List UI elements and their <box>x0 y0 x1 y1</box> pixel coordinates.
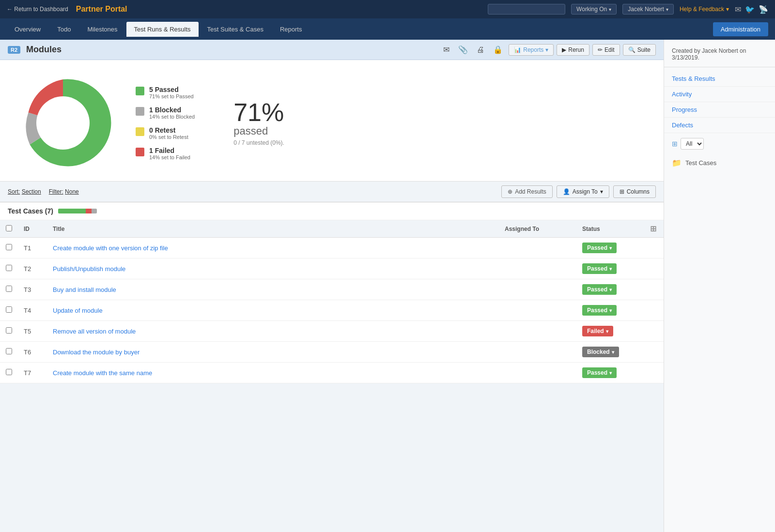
row-checkbox-T7[interactable] <box>6 369 12 375</box>
select-all-checkbox[interactable] <box>6 225 12 231</box>
row-checkbox-T6[interactable] <box>6 348 12 354</box>
blocked-text: 1 Blocked 14% set to Blocked <box>149 106 195 120</box>
status-badge-T7[interactable]: Passed ▾ <box>582 367 617 378</box>
col-settings-icon[interactable]: ⊞ <box>650 225 656 233</box>
help-feedback-button[interactable]: Help & Feedback ▾ <box>680 6 729 13</box>
row-title-link-T3[interactable]: Buy and install module <box>53 286 116 293</box>
table-row: T3 Buy and install module Passed ▾ <box>0 279 664 300</box>
edit-button[interactable]: ✏ Edit <box>592 44 620 56</box>
columns-button[interactable]: ⊞ Columns <box>613 185 656 198</box>
row-assigned-T1 <box>499 238 576 258</box>
status-caret-T4: ▾ <box>609 308 612 313</box>
rss-icon[interactable]: 📡 <box>759 5 768 14</box>
sort-value[interactable]: Section <box>22 188 41 195</box>
email-icon-button[interactable]: ✉ <box>440 44 452 56</box>
row-assigned-T4 <box>499 300 576 321</box>
back-to-dashboard-link[interactable]: Return to Dashboard <box>7 6 68 13</box>
lock-icon-button[interactable]: 🔒 <box>490 44 506 56</box>
topbar: Return to Dashboard Partner Portal Worki… <box>0 0 775 18</box>
sidebar-test-cases[interactable]: 📁 Test Cases <box>664 154 775 171</box>
working-on-button[interactable]: Working On ▾ <box>571 4 617 15</box>
row-checkbox-cell <box>0 258 18 279</box>
attachment-icon-button[interactable]: 📎 <box>455 44 471 56</box>
reports-button[interactable]: 📊 Reports ▾ <box>509 44 554 56</box>
row-checkbox-cell <box>0 300 18 321</box>
sidebar-link-activity[interactable]: Activity <box>664 87 775 102</box>
user-menu-button[interactable]: Jacek Norbert ▾ <box>622 4 674 15</box>
edit-icon: ✏ <box>598 46 603 53</box>
administration-button[interactable]: Administration <box>713 22 768 36</box>
mail-icon[interactable]: ✉ <box>735 5 741 14</box>
status-caret-T2: ▾ <box>609 266 612 272</box>
tab-test-suites[interactable]: Test Suites & Cases <box>200 22 271 37</box>
status-badge-T2[interactable]: Passed ▾ <box>582 263 617 274</box>
row-checkbox-cell <box>0 279 18 300</box>
progress-bar-mini <box>58 209 97 213</box>
topbar-right: Working On ▾ Jacek Norbert ▾ Help & Feed… <box>488 4 768 15</box>
status-badge-T4[interactable]: Passed ▾ <box>582 305 617 316</box>
status-caret-T1: ▾ <box>609 245 612 251</box>
module-header: R2 Modules ✉ 📎 🖨 🔒 📊 Reports ▾ ▶ Rerun ✏ <box>0 40 664 60</box>
row-checkbox-T4[interactable] <box>6 306 12 313</box>
legend-passed: 5 Passed 71% set to Passed <box>136 86 195 99</box>
row-checkbox-T5[interactable] <box>6 327 12 334</box>
row-title-link-T2[interactable]: Publish/Unpublish module <box>53 265 125 273</box>
row-assigned-T3 <box>499 279 576 300</box>
add-results-icon: ⊕ <box>508 188 512 195</box>
sidebar-filter-icon: ⊞ <box>672 140 678 148</box>
row-title-T6: Download the module by buyer <box>47 342 499 363</box>
rerun-button[interactable]: ▶ Rerun <box>557 44 589 56</box>
row-checkbox-T2[interactable] <box>6 265 12 271</box>
row-title-link-T6[interactable]: Download the module by buyer <box>53 349 140 356</box>
row-status-T5: Failed ▾ <box>576 321 644 342</box>
row-extra-T5 <box>644 321 664 342</box>
legend-blocked: 1 Blocked 14% set to Blocked <box>136 106 195 120</box>
status-badge-T1[interactable]: Passed ▾ <box>582 243 617 253</box>
retest-text: 0 Retest 0% set to Retest <box>149 126 188 140</box>
row-checkbox-T3[interactable] <box>6 286 12 292</box>
status-badge-T6[interactable]: Blocked ▾ <box>582 347 619 357</box>
print-icon-button[interactable]: 🖨 <box>474 44 487 56</box>
row-title-T2: Publish/Unpublish module <box>47 258 499 279</box>
row-id-T2: T2 <box>18 258 47 279</box>
module-header-actions: ✉ 📎 🖨 🔒 📊 Reports ▾ ▶ Rerun ✏ Edit <box>440 44 656 56</box>
status-badge-T5[interactable]: Failed ▾ <box>582 326 613 336</box>
tab-milestones[interactable]: Milestones <box>79 22 125 37</box>
sidebar-filter-dropdown: ⊞ All <box>664 133 775 154</box>
suite-search-icon: 🔍 <box>628 46 636 53</box>
sidebar-filter-select[interactable]: All <box>681 138 704 150</box>
folder-icon: 📁 <box>672 158 682 167</box>
table-row: T7 Create module with the same name Pass… <box>0 363 664 383</box>
sidebar-link-tests-results[interactable]: Tests & Results <box>664 71 775 87</box>
help-caret: ▾ <box>726 6 729 13</box>
sidebar-link-defects[interactable]: Defects <box>664 118 775 133</box>
row-checkbox-cell <box>0 321 18 342</box>
row-extra-T2 <box>644 258 664 279</box>
status-badge-T3[interactable]: Passed ▾ <box>582 284 617 295</box>
row-checkbox-T1[interactable] <box>6 244 12 250</box>
row-extra-T7 <box>644 363 664 383</box>
columns-icon: ⊞ <box>620 188 624 195</box>
stat-sub: 0 / 7 untested (0%). <box>233 139 284 146</box>
blocked-swatch <box>136 107 144 116</box>
status-caret-T3: ▾ <box>609 287 612 292</box>
add-results-button[interactable]: ⊕ Add Results <box>501 185 553 198</box>
sidebar-link-progress[interactable]: Progress <box>664 102 775 118</box>
search-input[interactable] <box>488 4 565 15</box>
row-title-link-T7[interactable]: Create module with the same name <box>53 369 152 377</box>
filter-value[interactable]: None <box>65 188 79 195</box>
section-title: Test Cases (7) <box>8 207 53 215</box>
tab-todo[interactable]: Todo <box>49 22 78 37</box>
tab-test-runs[interactable]: Test Runs & Results <box>126 22 199 37</box>
suite-button[interactable]: 🔍 Suite <box>623 44 656 56</box>
row-title-link-T4[interactable]: Update of module <box>53 307 103 314</box>
status-caret-T5: ▾ <box>606 329 608 334</box>
assign-to-button[interactable]: 👤 Assign To ▾ <box>557 185 609 198</box>
sort-label: Sort: <box>8 188 20 195</box>
tab-reports[interactable]: Reports <box>272 22 310 37</box>
header-title: Title <box>47 220 499 238</box>
row-title-link-T5[interactable]: Remove all version of module <box>53 328 136 335</box>
tab-overview[interactable]: Overview <box>7 22 48 37</box>
row-title-link-T1[interactable]: Create module with one version of zip fi… <box>53 244 168 252</box>
twitter-icon[interactable]: 🐦 <box>745 5 755 14</box>
